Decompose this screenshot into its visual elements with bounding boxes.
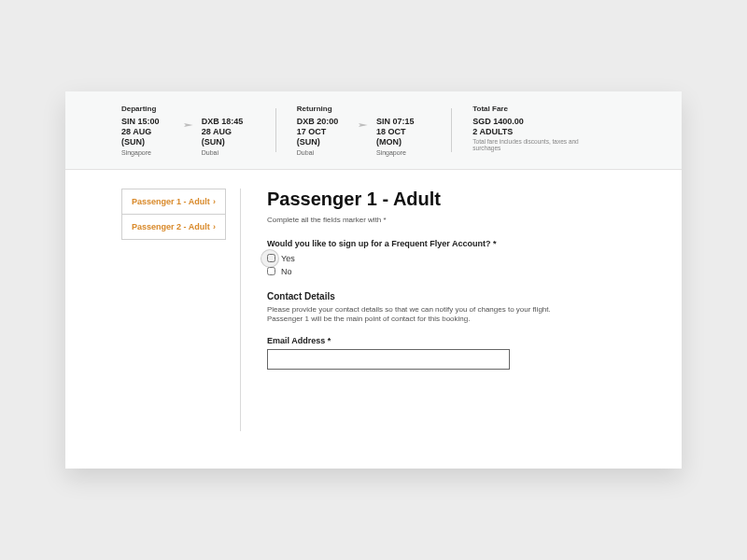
returning-to-code-time: SIN 07:15	[376, 117, 431, 127]
tab-label: Passenger 1 - Adult	[132, 197, 210, 206]
email-field[interactable]	[267, 349, 510, 370]
contact-heading: Contact Details	[267, 291, 626, 301]
returning-label: Returning	[297, 105, 431, 113]
departing-from-code-time: SIN 15:00	[121, 117, 176, 127]
fare-amount: SGD 1400.00	[472, 117, 605, 126]
returning-from-code-time: DXB 20:00	[297, 117, 350, 127]
tab-passenger-2[interactable]: Passenger 2 - Adult ›	[121, 214, 226, 240]
booking-card: Departing SIN 15:00 28 AUG (SUN) Singapo…	[65, 91, 682, 468]
departing-to-date: 28 AUG (SUN)	[202, 127, 256, 147]
ff-options: Yes No	[267, 254, 626, 276]
tab-passenger-1[interactable]: Passenger 1 - Adult ›	[121, 189, 226, 215]
departing-label: Departing	[121, 105, 256, 113]
passenger-form: Passenger 1 - Adult Complete all the fie…	[267, 189, 626, 431]
departing-from-date: 28 AUG (SUN)	[121, 127, 176, 147]
departing-to-city: Dubai	[202, 149, 256, 156]
plane-icon	[358, 119, 369, 131]
fare-label: Total Fare	[472, 105, 605, 113]
tab-label: Passenger 2 - Adult	[132, 222, 210, 231]
departing-from-city: Singapore	[121, 149, 176, 156]
form-title: Passenger 1 - Adult	[267, 189, 626, 210]
returning-to-date: 18 OCT (MON)	[376, 127, 431, 147]
chevron-right-icon: ›	[213, 197, 216, 206]
itinerary-summary: Departing SIN 15:00 28 AUG (SUN) Singapo…	[65, 91, 682, 169]
plane-icon	[183, 119, 194, 131]
departing-column: Departing SIN 15:00 28 AUG (SUN) Singapo…	[121, 105, 276, 155]
ff-no-label: No	[281, 267, 292, 276]
returning-to-city: Singapore	[376, 149, 431, 156]
returning-leg: DXB 20:00 17 OCT (SUN) Dubai SIN 07:15 1…	[297, 117, 431, 155]
departing-from: SIN 15:00 28 AUG (SUN) Singapore	[121, 117, 176, 155]
fare-pax: 2 ADULTS	[472, 127, 605, 136]
contact-description: Please provide your contact details so t…	[267, 305, 566, 326]
fare-note: Total fare includes discounts, taxes and…	[472, 138, 605, 151]
returning-column: Returning DXB 20:00 17 OCT (SUN) Dubai S…	[297, 105, 452, 155]
departing-leg: SIN 15:00 28 AUG (SUN) Singapore DXB 18:…	[121, 117, 256, 155]
ff-yes-checkbox[interactable]	[267, 254, 275, 262]
returning-from-city: Dubai	[297, 149, 350, 156]
ff-option-yes[interactable]: Yes	[267, 254, 626, 263]
ff-question: Would you like to sign up for a Frequent…	[267, 239, 626, 248]
ff-yes-label: Yes	[281, 254, 295, 263]
form-body: Passenger 1 - Adult › Passenger 2 - Adul…	[65, 170, 682, 469]
email-label: Email Address *	[267, 336, 626, 345]
fare-column: Total Fare SGD 1400.00 2 ADULTS Total fa…	[472, 105, 626, 155]
departing-to: DXB 18:45 28 AUG (SUN) Dubai	[202, 117, 256, 155]
returning-from-date: 17 OCT (SUN)	[297, 127, 350, 147]
ff-option-no[interactable]: No	[267, 267, 626, 276]
chevron-right-icon: ›	[213, 222, 216, 231]
departing-to-code-time: DXB 18:45	[202, 117, 256, 127]
ff-no-checkbox[interactable]	[267, 267, 275, 275]
passenger-tabs: Passenger 1 - Adult › Passenger 2 - Adul…	[121, 189, 241, 431]
required-hint: Complete all the fields marker with *	[267, 216, 626, 224]
returning-from: DXB 20:00 17 OCT (SUN) Dubai	[297, 117, 350, 155]
returning-to: SIN 07:15 18 OCT (MON) Singapore	[376, 117, 431, 155]
